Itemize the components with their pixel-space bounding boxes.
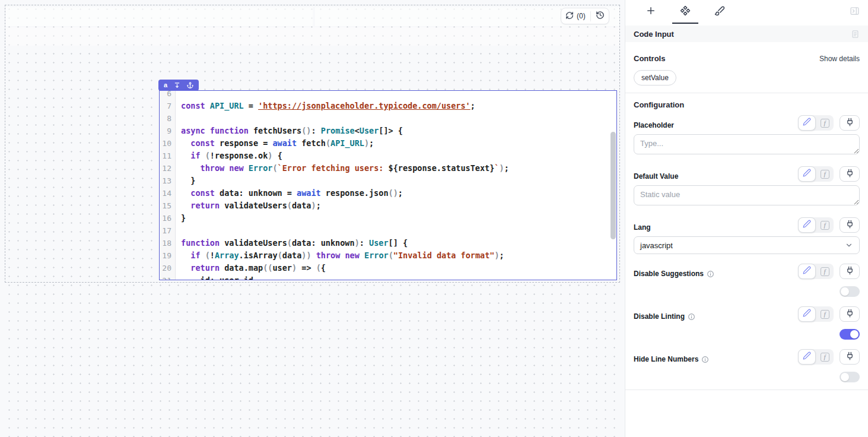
field-label: Disable Suggestions (634, 270, 704, 278)
code-line[interactable]: 17 (160, 224, 616, 237)
code-text: if (!response.ok) { (176, 150, 282, 162)
code-line[interactable]: 6 (160, 91, 616, 100)
code-editor[interactable]: 67const API_URL = 'https://jsonplacehold… (160, 91, 616, 280)
plug-icon (845, 169, 854, 180)
field-label: Lang (634, 223, 651, 232)
input-mode-segment: f (798, 166, 834, 182)
tab-styles[interactable] (702, 0, 737, 24)
static-mode-button[interactable] (798, 264, 816, 279)
code-line[interactable]: 7const API_URL = 'https://jsonplaceholde… (160, 100, 616, 112)
code-line[interactable]: 18function validateUsers(data: unknown):… (160, 237, 616, 249)
info-icon[interactable] (688, 313, 695, 321)
show-details-link[interactable]: Show details (819, 55, 860, 63)
arrow-down-from-line-icon[interactable] (174, 82, 180, 88)
code-line[interactable]: 9async function fetchUsers(): Promise<Us… (160, 125, 616, 137)
panel-tabs (625, 0, 868, 24)
disable-suggestions-toggle[interactable] (840, 286, 860, 297)
tab-insert[interactable] (634, 0, 668, 24)
eval-mode-button[interactable]: f (816, 115, 834, 131)
configuration-fields: PlaceholderfDefault ValuefLangfjavascrip… (634, 115, 860, 382)
static-mode-button[interactable] (798, 115, 816, 131)
static-mode-button[interactable] (798, 217, 816, 233)
line-number: 19 (160, 249, 176, 262)
code-text (176, 224, 181, 237)
code-text: if (!Array.isArray(data)) throw new Erro… (176, 249, 504, 262)
line-number: 20 (160, 262, 176, 274)
static-mode-button[interactable] (798, 166, 816, 182)
input-mode-segment: f (798, 306, 834, 322)
app-window: (0) a 67const API_URL = 'https:/ (0, 0, 868, 437)
fx-icon: f (821, 310, 829, 319)
connect-button[interactable] (840, 264, 860, 279)
tab-settings[interactable] (668, 0, 702, 24)
code-line[interactable]: 20 return data.map((user) => ({ (160, 262, 616, 274)
connect-button[interactable] (840, 349, 860, 365)
code-line[interactable]: 21 id: user.id, (160, 274, 616, 280)
pencil-icon (803, 266, 811, 277)
code-line[interactable]: 11 if (!response.ok) { (160, 150, 616, 162)
refresh-count: (0) (577, 12, 586, 20)
code-text: } (176, 175, 195, 187)
lang-select[interactable]: javascript (634, 236, 860, 254)
select-value: javascript (640, 241, 673, 250)
history-button[interactable] (596, 11, 605, 21)
eval-mode-button[interactable]: f (816, 264, 834, 279)
collapse-panel-button[interactable] (850, 6, 860, 18)
code-line[interactable]: 8 (160, 112, 616, 125)
anchor-icon[interactable] (187, 82, 193, 88)
code-text: async function fetchUsers(): Promise<Use… (176, 125, 403, 137)
line-number: 6 (160, 91, 176, 100)
disable-linting-toggle[interactable] (840, 329, 860, 340)
plug-icon (845, 220, 854, 231)
code-line[interactable]: 12 throw new Error(`Error fetching users… (160, 162, 616, 175)
connect-button[interactable] (840, 166, 860, 182)
setvalue-control-button[interactable]: setValue (634, 70, 676, 86)
connect-button[interactable] (840, 217, 860, 233)
code-line[interactable]: 14 const data: unknown = await response.… (160, 187, 616, 200)
eval-mode-button[interactable]: f (816, 166, 834, 182)
code-input-widget[interactable]: a 67const API_URL = 'https://jsonplaceho… (159, 90, 617, 280)
collapse-panel-icon (850, 6, 860, 18)
code-text: return validateUsers(data); (176, 200, 321, 212)
placeholder-input[interactable] (634, 134, 860, 154)
code-text: const API_URL = 'https://jsonplaceholder… (176, 100, 475, 112)
code-line[interactable]: 15 return validateUsers(data); (160, 200, 616, 212)
static-mode-button[interactable] (798, 306, 816, 322)
brush-icon (714, 5, 725, 18)
connect-button[interactable] (840, 306, 860, 322)
code-line[interactable]: 13 } (160, 175, 616, 187)
default-value-input[interactable] (634, 185, 860, 205)
field-lang: Langfjavascript (634, 217, 860, 254)
eval-mode-button[interactable]: f (816, 306, 834, 322)
plug-icon (845, 309, 854, 320)
line-number: 21 (160, 274, 176, 280)
toolbar-divider (590, 11, 591, 21)
component-header: Code Input (625, 26, 868, 42)
code-line[interactable]: 19 if (!Array.isArray(data)) throw new E… (160, 249, 616, 262)
code-line[interactable]: 16} (160, 212, 616, 224)
fx-icon: f (821, 221, 829, 230)
input-mode-segment: f (798, 115, 834, 131)
code-scrollbar[interactable] (611, 132, 616, 239)
plug-icon (845, 352, 854, 363)
connect-button[interactable] (840, 115, 860, 131)
plus-icon (646, 5, 656, 18)
eval-mode-button[interactable]: f (816, 217, 834, 233)
hide-line-numbers-toggle[interactable] (840, 372, 860, 382)
widget-id-chip[interactable]: a (158, 80, 199, 91)
field-label: Hide Line Numbers (634, 355, 698, 363)
static-mode-button[interactable] (798, 349, 816, 365)
document-icon[interactable] (851, 30, 860, 39)
input-mode-segment: f (798, 217, 834, 233)
info-icon[interactable] (707, 270, 714, 278)
app-canvas[interactable]: (0) a 67const API_URL = 'https:/ (0, 0, 625, 437)
eval-mode-button[interactable]: f (816, 349, 834, 365)
section-divider (625, 93, 868, 93)
code-text: throw new Error(`Error fetching users: $… (176, 162, 509, 175)
code-line[interactable]: 10 const response = await fetch(API_URL)… (160, 137, 616, 150)
line-number: 16 (160, 212, 176, 224)
pencil-icon (803, 309, 811, 319)
info-icon[interactable] (701, 356, 709, 363)
line-number: 7 (160, 100, 176, 112)
refresh-button[interactable]: (0) (565, 11, 586, 21)
